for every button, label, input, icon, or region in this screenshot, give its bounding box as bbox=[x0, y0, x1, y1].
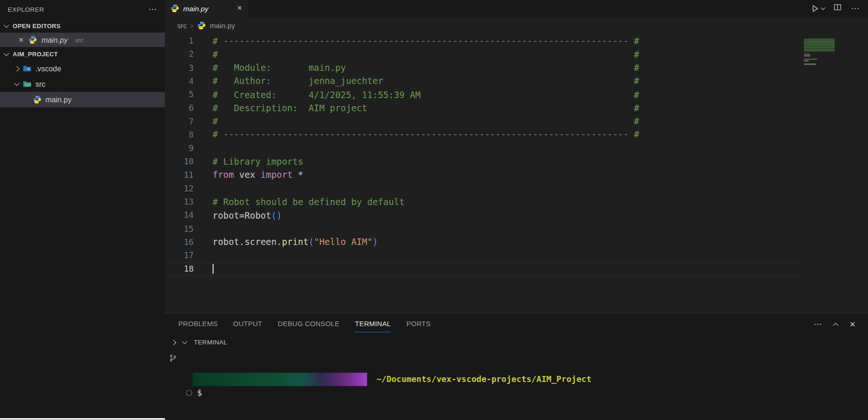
line-number[interactable]: 4 bbox=[165, 76, 194, 86]
chevron-right-icon: › bbox=[191, 21, 194, 30]
tree-item-label: src bbox=[35, 80, 45, 88]
open-editor-item-main-py[interactable]: ✕ main.py src bbox=[0, 33, 165, 47]
line-number[interactable]: 11 bbox=[165, 170, 194, 180]
tree-item-label: .vscode bbox=[35, 64, 61, 73]
chevron-right-icon[interactable] bbox=[171, 340, 177, 345]
code-line[interactable]: 6# Description: AIM project # bbox=[165, 101, 868, 115]
explorer-more-icon[interactable]: ⋯ bbox=[148, 5, 157, 14]
svg-text:</>: </> bbox=[25, 83, 31, 87]
terminal-section-title: TERMINAL bbox=[194, 339, 227, 345]
line-number[interactable]: 18 bbox=[165, 264, 194, 274]
editor-more-button[interactable]: ⋯ bbox=[851, 4, 860, 13]
terminal-prompt-line: ~/Documents/vex-vscode-projects/AIM_Proj… bbox=[193, 373, 591, 386]
panel-tab-terminal[interactable]: TERMINAL bbox=[355, 313, 391, 334]
panel-tab-ports[interactable]: PORTS bbox=[406, 313, 431, 334]
command-decoration-icon[interactable] bbox=[186, 389, 192, 396]
code-text: # # bbox=[213, 116, 639, 127]
line-number[interactable]: 15 bbox=[165, 224, 194, 234]
code-line[interactable]: 7# # bbox=[165, 115, 868, 129]
panel-tabs: PROBLEMSOUTPUTDEBUG CONSOLETERMINALPORTS bbox=[178, 313, 430, 334]
panel-tab-debug-console[interactable]: DEBUG CONSOLE bbox=[278, 313, 340, 334]
panel-more-button[interactable]: ⋯ bbox=[814, 320, 822, 328]
terminal-cwd-path: ~/Documents/vex-vscode-projects/AIM_Proj… bbox=[376, 374, 591, 384]
panel-tab-problems[interactable]: PROBLEMS bbox=[178, 313, 217, 334]
code-line[interactable]: 17 bbox=[165, 249, 868, 262]
code-text: # Description: AIM project # bbox=[213, 103, 639, 113]
python-icon bbox=[33, 95, 42, 104]
code-line[interactable]: 3# Module: main.py # bbox=[165, 61, 868, 75]
explorer-header: EXPLORER ⋯ bbox=[0, 0, 165, 19]
terminal-input-line[interactable]: $ bbox=[186, 388, 202, 397]
code-line[interactable]: 5# Created: 4/1/2025, 11:55:39 AM # bbox=[165, 88, 868, 101]
chevron-down-icon[interactable] bbox=[182, 339, 187, 344]
panel-tab-output[interactable]: OUTPUT bbox=[233, 313, 262, 334]
line-number[interactable]: 14 bbox=[165, 210, 194, 220]
code-text: # --------------------------------------… bbox=[213, 36, 639, 46]
tree-item-main-py[interactable]: main.py bbox=[0, 92, 165, 107]
open-editor-filename: main.py bbox=[41, 36, 68, 44]
python-icon bbox=[170, 4, 179, 13]
code-line[interactable]: 10# Library imports bbox=[165, 155, 868, 168]
line-number[interactable]: 12 bbox=[165, 183, 194, 193]
line-number[interactable]: 9 bbox=[165, 143, 194, 153]
code-line[interactable]: 11from vex import * bbox=[165, 168, 868, 182]
code-text: # Module: main.py # bbox=[213, 62, 639, 73]
code-line[interactable]: 9 bbox=[165, 142, 868, 155]
tree-item-label: main.py bbox=[46, 95, 72, 104]
minimap-line bbox=[804, 42, 835, 43]
tree-item-vscode-folder[interactable]: .vscode bbox=[0, 61, 165, 76]
minimap-line bbox=[804, 40, 835, 41]
terminal-prompt: $ bbox=[197, 388, 202, 397]
minimap-line bbox=[804, 46, 835, 46]
code-line[interactable]: 8# -------------------------------------… bbox=[165, 128, 868, 142]
split-editor-button[interactable] bbox=[834, 3, 841, 13]
run-button[interactable] bbox=[811, 4, 824, 13]
code-line[interactable]: 15 bbox=[165, 222, 868, 236]
tab-close-icon[interactable]: ✕ bbox=[237, 4, 242, 12]
minimap[interactable] bbox=[804, 38, 842, 68]
terminal[interactable]: ~/Documents/vex-vscode-projects/AIM_Proj… bbox=[165, 351, 868, 420]
minimap-line bbox=[804, 59, 818, 60]
bottom-panel: PROBLEMSOUTPUTDEBUG CONSOLETERMINALPORTS… bbox=[165, 313, 868, 420]
line-number[interactable]: 8 bbox=[165, 130, 194, 140]
code-editor[interactable]: 1# -------------------------------------… bbox=[165, 34, 868, 313]
code-line[interactable]: 2# # bbox=[165, 48, 868, 61]
breadcrumb-file[interactable]: main.py bbox=[210, 21, 235, 30]
code-line[interactable]: 12 bbox=[165, 182, 868, 195]
open-editors-section-header[interactable]: OPEN EDITORS bbox=[0, 19, 165, 32]
line-number[interactable]: 10 bbox=[165, 157, 194, 167]
minimap-line bbox=[804, 64, 816, 65]
line-number[interactable]: 5 bbox=[165, 90, 194, 99]
line-number[interactable]: 16 bbox=[165, 237, 194, 247]
code-line[interactable]: 1# -------------------------------------… bbox=[165, 34, 868, 48]
run-dropdown-chevron-icon[interactable] bbox=[821, 5, 825, 9]
line-number[interactable]: 6 bbox=[165, 103, 194, 113]
line-number[interactable]: 7 bbox=[165, 116, 194, 126]
code-line[interactable]: 18 bbox=[165, 262, 801, 276]
line-number[interactable]: 3 bbox=[165, 63, 194, 73]
line-number[interactable]: 17 bbox=[165, 251, 194, 260]
code-line[interactable]: 4# Author: jenna_juechter # bbox=[165, 75, 868, 88]
tab-main-py[interactable]: main.py ✕ bbox=[165, 0, 248, 16]
project-section-header[interactable]: AIM_PROJECT bbox=[0, 47, 165, 61]
line-number[interactable]: 1 bbox=[165, 36, 194, 46]
chevron-down-icon bbox=[14, 81, 20, 86]
panel-close-button[interactable]: ✕ bbox=[849, 320, 856, 328]
prompt-powerline-bar bbox=[193, 373, 367, 386]
code-line[interactable]: 16robot.screen.print("Hello AIM") bbox=[165, 236, 868, 249]
minimap-line bbox=[804, 47, 835, 48]
panel-actions: ⋯ ✕ bbox=[814, 320, 856, 328]
vscode-window: EXPLORER ⋯ OPEN EDITORS ✕ main.py src AI… bbox=[0, 0, 868, 420]
minimap-line bbox=[804, 38, 835, 39]
code-line[interactable]: 14robot=Robot() bbox=[165, 209, 868, 222]
chevron-up-icon[interactable] bbox=[833, 322, 839, 328]
editor-group: main.py ✕ ⋯ src › main.py 1# -----------… bbox=[165, 0, 868, 313]
breadcrumb-folder[interactable]: src bbox=[177, 21, 186, 30]
line-number[interactable]: 13 bbox=[165, 197, 194, 207]
line-number[interactable]: 2 bbox=[165, 49, 194, 59]
tree-item-src-folder[interactable]: </> src bbox=[0, 76, 165, 92]
close-icon[interactable]: ✕ bbox=[18, 37, 24, 43]
minimap-line bbox=[804, 60, 809, 61]
code-line[interactable]: 13# Robot should be defined by default bbox=[165, 195, 868, 209]
code-text: robot=Robot() bbox=[213, 210, 282, 221]
